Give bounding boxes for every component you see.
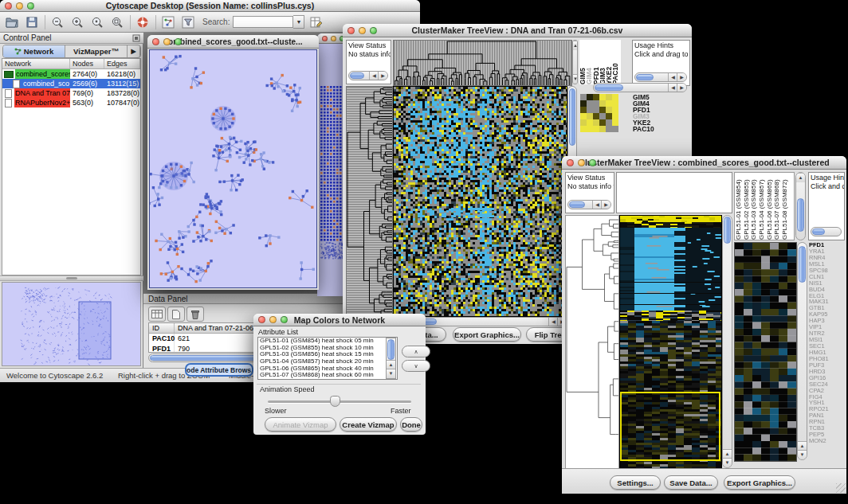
usage-hints-scrollbar[interactable] [811, 227, 842, 236]
attribute-list-scrollbar[interactable]: ▲ ▼ [386, 338, 396, 379]
zoom-fit-icon[interactable] [109, 15, 125, 29]
minimize-button[interactable] [578, 159, 585, 166]
heatmap-vscrollbar[interactable]: ▲ ▼ [722, 215, 732, 468]
gene-label[interactable]: YRA1 [809, 248, 846, 255]
tab-overflow-arrow[interactable]: ▶ [128, 45, 140, 57]
column-label[interactable]: GPL51-06 (GSM865) [766, 173, 774, 240]
column-label[interactable]: PAC10 [612, 40, 618, 84]
create-vizmap-button[interactable]: Create Vizmap [340, 417, 397, 432]
resize-grip[interactable] [836, 483, 846, 493]
network-tree-row[interactable]: combined_scores2764(0)16218(0) [2, 69, 140, 79]
gene-label[interactable]: GTB1 [809, 305, 846, 311]
view-status-scrollbar[interactable]: ◀ ▶ [567, 200, 611, 209]
gene-label[interactable]: RPN1 [809, 419, 846, 425]
zoom-heatmap-canvas[interactable] [580, 94, 618, 132]
open-file-icon[interactable] [4, 15, 20, 29]
close-button[interactable] [347, 27, 355, 34]
treeview2-titlebar[interactable]: ClusterMaker TreeView : combined_scores_… [562, 156, 846, 170]
global-heatmap-canvas[interactable] [393, 86, 567, 317]
gene-label[interactable]: TCB3 [809, 425, 846, 432]
gene-label[interactable]: VIP1 [809, 324, 846, 330]
zoom-selected-icon[interactable] [89, 15, 105, 29]
minimize-button[interactable] [359, 27, 366, 34]
gene-label[interactable]: CPA2 [809, 388, 846, 394]
global-heatmap-canvas[interactable] [619, 215, 722, 470]
column-label[interactable]: GPL51-02 (GSM855) [743, 173, 751, 240]
delete-attribute-icon[interactable] [186, 307, 204, 322]
main-titlebar[interactable]: Cytoscape Desktop (Session Name: collins… [0, 0, 420, 12]
gene-label[interactable]: PUF3 [809, 362, 846, 369]
close-button[interactable] [322, 36, 328, 41]
gene-label[interactable]: BUD4 [809, 287, 846, 293]
network-tree-row[interactable]: RNAPuberNov2+|563(0)107847(0) [2, 98, 140, 107]
gene-label[interactable]: HAP3 [809, 318, 846, 324]
panel-splitter[interactable] [0, 275, 143, 281]
close-button[interactable] [5, 2, 12, 10]
close-button[interactable] [258, 316, 265, 323]
zoom-window-button[interactable] [589, 159, 596, 166]
gene-label[interactable]: PEP5 [809, 432, 846, 438]
gene-label[interactable]: NIS1 [809, 280, 846, 287]
save-data-button[interactable]: Save Data... [664, 475, 718, 490]
network-tree-row[interactable]: combined_sco2569(6)13112(15) [2, 79, 140, 88]
network-canvas[interactable] [150, 50, 316, 287]
attribute-list-item[interactable]: GPL51-07 (GSM868) heat shock 60 min [258, 372, 397, 379]
gene-label[interactable]: GPI16 [809, 375, 846, 381]
column-label[interactable]: GPL51-07 (GSM868) [773, 173, 781, 240]
row-label[interactable]: PAC10 [633, 126, 665, 132]
network-overview-panel[interactable] [2, 282, 141, 366]
export-graphics-button[interactable]: Export Graphics... [724, 475, 795, 490]
close-button[interactable] [152, 38, 159, 45]
column-labels-vscrollbar[interactable]: ▲ [795, 172, 806, 240]
minimize-button[interactable] [16, 2, 23, 10]
zoom-heatmap-canvas[interactable] [734, 242, 797, 462]
gene-label[interactable]: PHO81 [809, 356, 846, 362]
move-down-button[interactable]: ∨ [402, 360, 430, 372]
column-label[interactable]: GIM4 [586, 40, 592, 84]
column-dendrogram-panel[interactable] [616, 172, 732, 213]
zoom-window-button[interactable] [370, 27, 377, 34]
new-attribute-icon[interactable] [167, 307, 185, 322]
search-dropdown-button[interactable]: ▼ [293, 15, 304, 29]
gene-label[interactable]: MSL1 [809, 261, 846, 268]
column-dendrogram-canvas[interactable] [393, 40, 572, 86]
gene-label[interactable]: YSH1 [809, 400, 846, 406]
float-panel-icon[interactable] [132, 34, 140, 42]
gene-label[interactable]: RNR4 [809, 255, 846, 261]
gene-label[interactable]: PFD1 [809, 242, 846, 248]
usage-hints-scrollbar[interactable]: ◀ ▶ [634, 72, 687, 82]
column-label[interactable]: PFD1 [593, 40, 599, 84]
minimize-button[interactable] [269, 316, 277, 323]
minimize-button[interactable] [163, 38, 171, 45]
gene-label[interactable]: PAN1 [809, 412, 846, 419]
view-status-scrollbar[interactable]: ◀ ▶ [348, 71, 388, 80]
attribute-browser-icon[interactable] [308, 15, 324, 29]
zoom-window-button[interactable] [281, 316, 288, 323]
tab-network[interactable]: Network [3, 45, 65, 57]
move-up-button[interactable]: ∧ [402, 346, 430, 357]
settings-button[interactable]: Settings... [610, 475, 661, 490]
mini-vscrollbar[interactable]: ▲ ▼ [572, 40, 578, 84]
zoom-vscrollbar[interactable]: ▲ ▼ [797, 242, 807, 460]
treeview1-titlebar[interactable]: ClusterMaker TreeView : DNA and Tran 07-… [343, 24, 692, 37]
column-label[interactable]: GPL51-08 (GSM872) [781, 173, 789, 240]
gene-label[interactable]: SEC24 [809, 381, 846, 388]
filter-icon[interactable] [180, 15, 196, 29]
done-button[interactable]: Done [400, 417, 422, 432]
animate-vizmap-button[interactable]: Animate Vizmap [265, 417, 336, 432]
zoom-hscrollbar[interactable]: ◀ ▶ [593, 83, 687, 92]
help-lifering-icon[interactable] [135, 15, 151, 29]
gene-label[interactable]: KAP95 [809, 311, 846, 318]
gene-label[interactable]: CLN1 [809, 274, 846, 280]
export-graphics-button[interactable]: Export Graphics... [453, 327, 521, 342]
column-label[interactable]: GIM3 [599, 40, 606, 84]
gene-label[interactable]: SPC98 [809, 268, 846, 274]
attribute-select-icon[interactable] [148, 307, 166, 322]
attribute-list[interactable]: GPL51-01 (GSM854) heat shock 05 minGPL51… [257, 337, 398, 380]
gene-label[interactable]: NTR2 [809, 330, 846, 337]
network-tree-row[interactable]: DNA and Tran 07769(0)183728(0) [2, 88, 140, 98]
row-dendrogram-canvas[interactable] [346, 86, 393, 317]
slider-thumb[interactable] [330, 396, 340, 407]
gene-label[interactable]: RPO21 [809, 406, 846, 412]
gene-label[interactable]: SEC1 [809, 343, 846, 350]
